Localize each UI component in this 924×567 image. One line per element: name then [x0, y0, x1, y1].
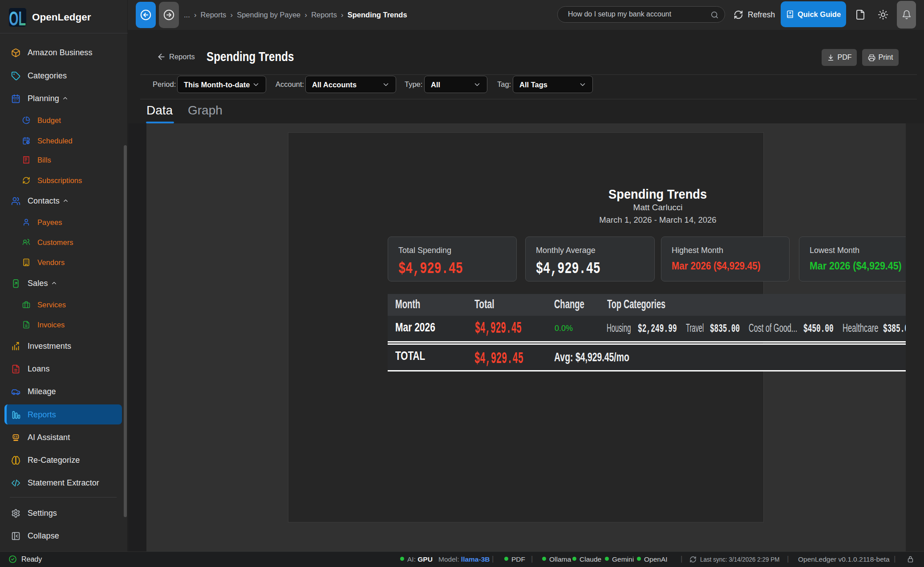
svg-text:OL: OL: [9, 8, 26, 27]
